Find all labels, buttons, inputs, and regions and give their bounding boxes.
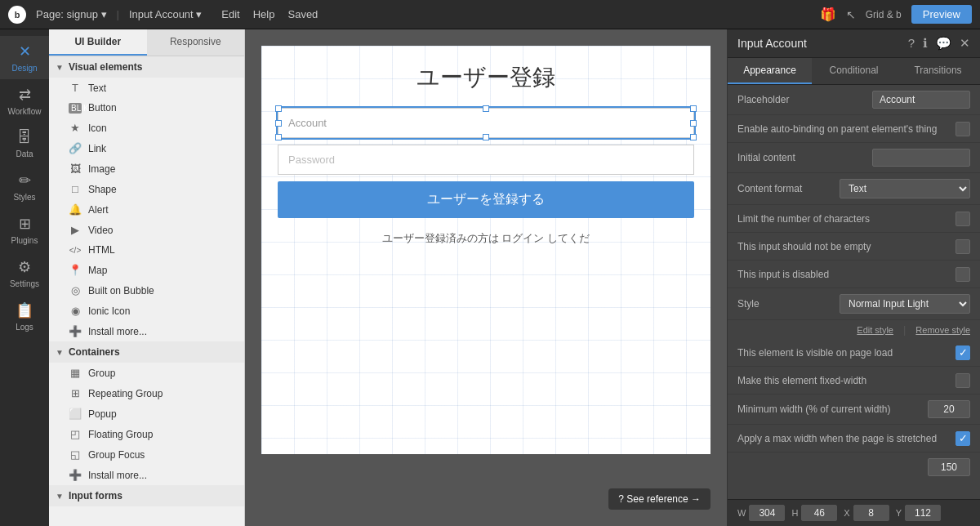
disabled-label: This input is disabled: [737, 269, 956, 280]
sidebar-item-install-more-c[interactable]: ➕ Install more...: [49, 465, 244, 485]
alert-icon: 🔔: [69, 203, 82, 216]
sidebar-item-image[interactable]: 🖼 Image: [49, 158, 244, 179]
min-width-input[interactable]: [928, 400, 970, 418]
sidebar-item-icon[interactable]: ★ Icon: [49, 118, 244, 138]
top-bar: b Page: signup ▾ | Input Account ▾ Edit …: [0, 0, 980, 29]
group-icon: ▦: [69, 367, 82, 379]
help-icon[interactable]: ?: [908, 36, 915, 51]
sel-handle-tm[interactable]: [483, 105, 489, 112]
nav-data[interactable]: 🗄 Data: [0, 123, 49, 165]
content-format-select[interactable]: Text Email Password Number: [840, 179, 970, 198]
sidebar-item-map[interactable]: 📍 Map: [49, 260, 244, 280]
right-panel: Input Account ? ℹ 💬 ✕ Appearance Conditi…: [727, 29, 980, 526]
visual-elements-label: Visual elements: [69, 61, 143, 73]
row-limit-chars: Limit the number of characters: [728, 205, 980, 233]
remove-style-link[interactable]: Remove style: [915, 325, 970, 335]
top-bar-right: 🎁 ↖ Grid & b Preview: [820, 5, 972, 24]
sidebar-item-group-focus[interactable]: ◱ Group Focus: [49, 444, 244, 465]
preview-button[interactable]: Preview: [911, 5, 972, 24]
tab-transitions[interactable]: Transitions: [896, 58, 980, 84]
sidebar-item-html[interactable]: </> HTML: [49, 240, 244, 260]
edit-menu[interactable]: Edit: [221, 8, 239, 20]
containers-header[interactable]: ▼ Containers: [49, 341, 244, 363]
not-empty-toggle[interactable]: [956, 239, 970, 254]
auto-binding-toggle[interactable]: [956, 122, 970, 136]
style-select[interactable]: Normal Input Light: [840, 294, 970, 314]
tab-responsive[interactable]: Responsive: [147, 29, 245, 56]
video-icon: ▶: [69, 224, 82, 236]
page-selector[interactable]: Page: signup ▾: [36, 8, 107, 20]
w-input[interactable]: [749, 505, 785, 521]
logs-icon: 📋: [16, 301, 33, 319]
visible-toggle[interactable]: ✓: [956, 345, 970, 360]
sidebar-item-install-more-ve[interactable]: ➕ Install more...: [49, 321, 244, 341]
max-width-value-input[interactable]: [928, 458, 970, 476]
limit-chars-toggle[interactable]: [956, 212, 970, 226]
sidebar-item-link[interactable]: 🔗 Link: [49, 138, 244, 158]
sidebar-item-group[interactable]: ▦ Group: [49, 363, 244, 383]
input-account[interactable]: Account: [278, 108, 694, 138]
sel-handle-bl[interactable]: [275, 134, 282, 140]
canvas-area[interactable]: ユーザー登録 Account Password: [245, 29, 727, 526]
visual-elements-header[interactable]: ▼ Visual elements: [49, 56, 244, 78]
sel-handle-mr[interactable]: [690, 120, 697, 127]
sidebar-item-floating-group[interactable]: ◰ Floating Group: [49, 424, 244, 444]
sel-handle-ml[interactable]: [275, 120, 282, 127]
info-icon[interactable]: ℹ: [923, 36, 928, 51]
row-placeholder: Placeholder: [728, 85, 980, 115]
row-initial-content: Initial content: [728, 143, 980, 173]
initial-content-input[interactable]: [872, 149, 970, 167]
h-input[interactable]: [801, 505, 837, 521]
sidebar-item-text[interactable]: T Text: [49, 78, 244, 98]
top-bar-actions: Edit Help Saved: [221, 8, 318, 20]
register-button[interactable]: ユーザーを登録する: [278, 181, 694, 218]
grid-btn[interactable]: Grid & b: [866, 9, 902, 20]
fixed-width-toggle[interactable]: [956, 373, 970, 388]
ionic-icon-icon: ◉: [69, 305, 82, 317]
input-password[interactable]: Password: [278, 145, 694, 175]
nav-settings[interactable]: ⚙ Settings: [0, 252, 49, 295]
placeholder-input[interactable]: [872, 91, 970, 109]
row-fixed-width: Make this element fixed-width: [728, 367, 980, 394]
image-label: Image: [88, 163, 115, 175]
built-on-bubble-label: Built on Bubble: [88, 285, 154, 296]
sel-handle-tr[interactable]: [690, 105, 697, 112]
nav-design[interactable]: ✕ Design: [0, 36, 49, 79]
gift-icon[interactable]: 🎁: [820, 7, 836, 22]
sidebar-item-built-on-bubble[interactable]: ◎ Built on Bubble: [49, 280, 244, 301]
nav-plugins[interactable]: ⊞ Plugins: [0, 208, 49, 252]
group-focus-icon: ◱: [69, 448, 82, 461]
sidebar-item-ionic-icon[interactable]: ◉ Ionic Icon: [49, 301, 244, 321]
sidebar-item-popup[interactable]: ⬜ Popup: [49, 403, 244, 424]
sidebar-item-repeating-group[interactable]: ⊞ Repeating Group: [49, 383, 244, 403]
button-icon: BLIK: [69, 103, 82, 114]
ve-collapse-arrow: ▼: [56, 63, 64, 72]
sidebar-item-shape[interactable]: □ Shape: [49, 179, 244, 199]
sidebar-item-alert[interactable]: 🔔 Alert: [49, 199, 244, 220]
sel-handle-tl[interactable]: [275, 105, 282, 112]
sel-handle-br[interactable]: [690, 134, 697, 140]
nav-styles[interactable]: ✏ Styles: [0, 165, 49, 208]
tab-appearance[interactable]: Appearance: [728, 58, 812, 84]
tab-ui-builder[interactable]: UI Builder: [49, 29, 147, 56]
min-width-label: Minimum width (% of current width): [737, 403, 928, 415]
close-icon[interactable]: ✕: [960, 36, 970, 51]
sel-handle-bm[interactable]: [483, 134, 489, 140]
edit-style-link[interactable]: Edit style: [857, 325, 893, 335]
element-selector[interactable]: Input Account ▾: [129, 8, 202, 20]
max-width-toggle[interactable]: ✓: [956, 431, 970, 446]
help-menu[interactable]: Help: [253, 8, 275, 20]
y-input[interactable]: [905, 505, 941, 521]
sidebar-item-button[interactable]: BLIK Button: [49, 98, 244, 118]
sidebar-item-video[interactable]: ▶ Video: [49, 220, 244, 240]
disabled-toggle[interactable]: [956, 267, 970, 282]
chat-icon[interactable]: 💬: [936, 36, 951, 51]
nav-logs[interactable]: 📋 Logs: [0, 295, 49, 338]
see-reference-btn[interactable]: ? See reference →: [608, 488, 710, 510]
x-input[interactable]: [853, 505, 889, 521]
nav-workflow[interactable]: ⇄ Workflow: [0, 79, 49, 123]
left-nav: ✕ Design ⇄ Workflow 🗄 Data ✏ Styles ⊞ Pl…: [0, 29, 49, 526]
tab-conditional[interactable]: Conditional: [812, 58, 896, 84]
panel-title: Input Account: [737, 37, 908, 50]
input-forms-header[interactable]: ▼ Input forms: [49, 485, 244, 506]
